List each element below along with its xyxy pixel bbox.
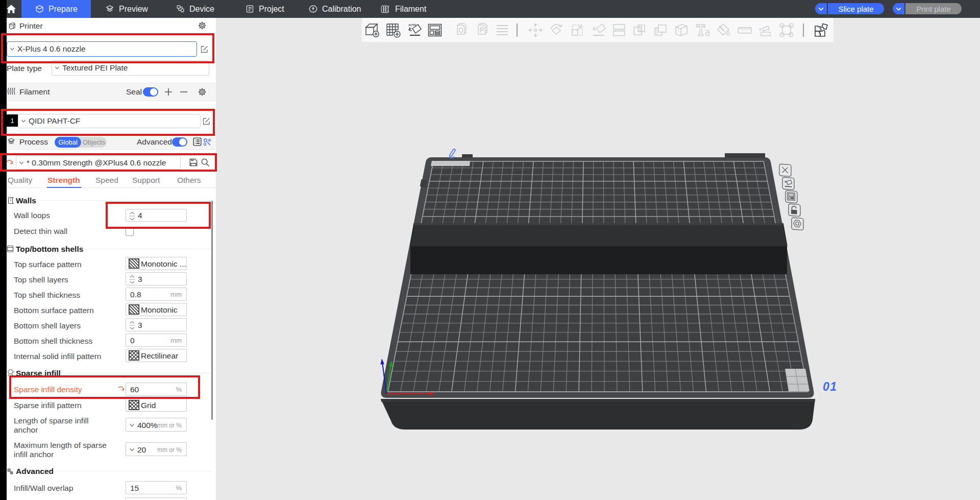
svg-text:01: 01 (823, 380, 838, 393)
